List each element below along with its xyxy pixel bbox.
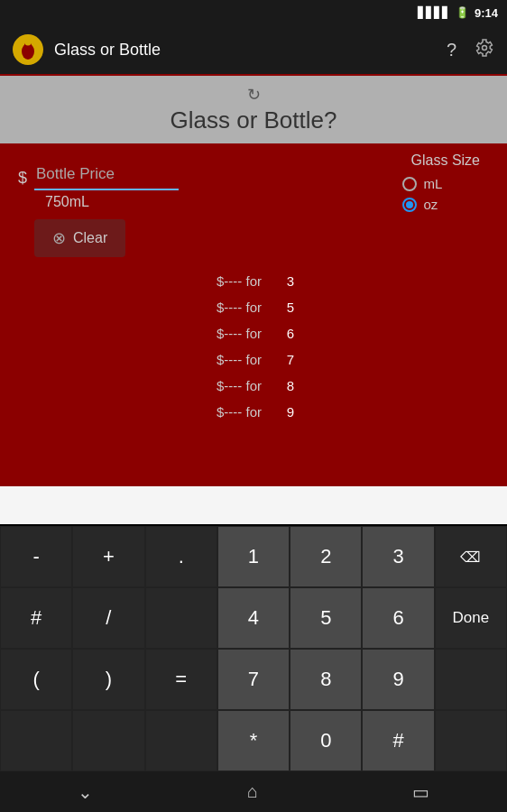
keyboard-row-4: * 0 # xyxy=(0,710,507,771)
key-1[interactable]: 1 xyxy=(217,526,290,587)
key-close-paren[interactable]: ) xyxy=(72,649,144,710)
key-blank-6 xyxy=(435,710,507,771)
list-item: $---- for 6 xyxy=(180,326,489,341)
key-blank-2 xyxy=(435,649,507,710)
dollar-sign: $ xyxy=(18,169,27,188)
key-blank-1[interactable] xyxy=(145,587,217,649)
app-title: Glass or Bottle xyxy=(54,41,447,60)
oz-label: oz xyxy=(424,197,438,212)
key-4[interactable]: 4 xyxy=(217,587,290,649)
key-equals[interactable]: = xyxy=(145,649,217,710)
app-bar: Glass or Bottle ? xyxy=(0,25,507,76)
key-9[interactable]: 9 xyxy=(362,649,434,710)
list-item: $---- for 7 xyxy=(180,352,489,367)
nav-home-icon[interactable]: ⌂ xyxy=(247,781,258,802)
clear-icon: ⊗ xyxy=(52,228,66,248)
settings-button[interactable] xyxy=(475,38,494,62)
key-6[interactable]: 6 xyxy=(362,587,434,649)
autocomplete-bar xyxy=(0,486,507,524)
key-hash[interactable]: # xyxy=(0,587,72,649)
nav-bar: ⌄ ⌂ ▭ xyxy=(0,771,507,812)
key-blank-4[interactable] xyxy=(72,710,144,771)
nav-back-icon[interactable]: ⌄ xyxy=(78,781,93,803)
nav-recent-icon[interactable]: ▭ xyxy=(412,781,429,803)
key-hash-2[interactable]: # xyxy=(362,710,434,771)
key-star[interactable]: * xyxy=(217,710,290,771)
top-bar-actions: ? xyxy=(447,38,494,62)
key-done[interactable]: Done xyxy=(435,587,507,649)
key-7[interactable]: 7 xyxy=(217,649,290,710)
clear-button-label: Clear xyxy=(73,230,107,246)
key-blank-3[interactable] xyxy=(0,710,72,771)
key-5[interactable]: 5 xyxy=(290,587,362,649)
keyboard-row-1: - + . 1 2 3 ⌫ xyxy=(0,526,507,587)
price-list: $---- for 3 $---- for 5 $---- for 6 $---… xyxy=(171,273,489,420)
svg-point-3 xyxy=(25,40,32,46)
status-bar: ▋▋▋▋ 🔋 9:14 xyxy=(0,0,507,25)
app-logo xyxy=(13,34,43,65)
glass-size-panel: Glass Size mL oz xyxy=(402,152,480,212)
svg-point-4 xyxy=(483,45,487,50)
signal-icon: ▋▋▋▋ xyxy=(418,6,450,19)
main-content: $ 750mL ⊗ Clear Glass Size mL oz $---- f… xyxy=(0,143,507,486)
glass-size-label: Glass Size xyxy=(411,152,480,168)
key-backspace[interactable]: ⌫ xyxy=(435,526,507,587)
key-2[interactable]: 2 xyxy=(290,526,362,587)
unit-radio-group: mL oz xyxy=(402,176,480,212)
keyboard-row-3: ( ) = 7 8 9 xyxy=(0,649,507,710)
key-minus[interactable]: - xyxy=(0,526,72,587)
help-button[interactable]: ? xyxy=(447,40,456,60)
key-0[interactable]: 0 xyxy=(290,710,362,771)
keyboard: - + . 1 2 3 ⌫ # / 4 5 6 Done ( ) = 7 8 9… xyxy=(0,526,507,771)
banner: ↻ Glass or Bottle? xyxy=(0,76,507,143)
battery-icon: 🔋 xyxy=(456,6,469,19)
ml-label: mL xyxy=(424,176,443,191)
key-dot[interactable]: . xyxy=(145,526,217,587)
key-3[interactable]: 3 xyxy=(362,526,434,587)
list-item: $---- for 3 xyxy=(180,273,489,289)
clear-button[interactable]: ⊗ Clear xyxy=(34,219,125,257)
list-item: $---- for 5 xyxy=(180,300,489,315)
key-blank-5[interactable] xyxy=(145,710,217,771)
key-open-paren[interactable]: ( xyxy=(0,649,72,710)
ml-radio-circle xyxy=(402,177,417,191)
list-item: $---- for 8 xyxy=(180,378,489,393)
key-8[interactable]: 8 xyxy=(290,649,362,710)
key-slash[interactable]: / xyxy=(72,587,144,649)
oz-radio[interactable]: oz xyxy=(402,197,480,212)
oz-radio-circle xyxy=(402,198,417,212)
list-item: $---- for 9 xyxy=(180,404,489,420)
banner-title: Glass or Bottle? xyxy=(171,106,337,134)
keyboard-row-2: # / 4 5 6 Done xyxy=(0,587,507,649)
status-time: 9:14 xyxy=(475,6,498,20)
bottle-price-input[interactable] xyxy=(34,160,179,190)
key-plus[interactable]: + xyxy=(72,526,144,587)
refresh-icon[interactable]: ↻ xyxy=(247,85,261,105)
ml-radio[interactable]: mL xyxy=(402,176,480,191)
